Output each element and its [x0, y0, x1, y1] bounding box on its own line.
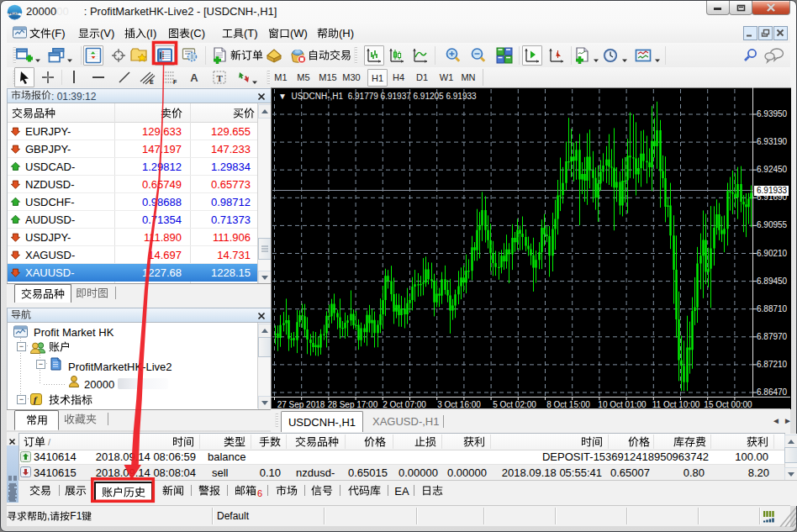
svg-text:PROFIT: PROFIT: [9, 13, 19, 16]
svg-text:T: T: [216, 73, 223, 83]
svg-text:E: E: [150, 79, 154, 85]
svg-text:F: F: [173, 79, 177, 85]
